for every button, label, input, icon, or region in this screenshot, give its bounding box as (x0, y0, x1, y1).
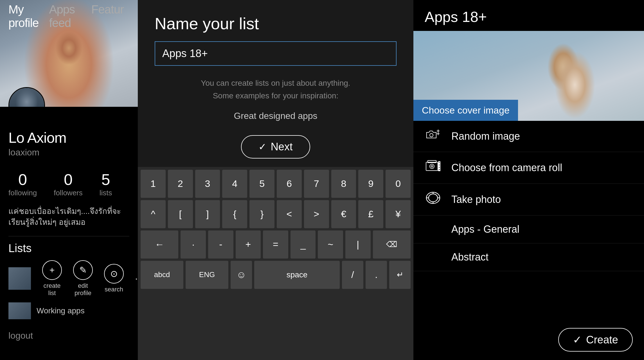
tab-apps-feed[interactable]: Apps feed (49, 3, 91, 30)
take-photo-option[interactable]: Take photo (413, 184, 644, 216)
key-caret[interactable]: ^ (141, 200, 166, 228)
key-3[interactable]: 3 (195, 170, 220, 198)
camera-roll-icon (425, 160, 442, 176)
apps-general-option[interactable]: Apps - General (413, 216, 644, 243)
key-9[interactable]: 9 (358, 170, 383, 198)
key-minus[interactable]: - (208, 230, 233, 259)
next-label: Next (271, 141, 292, 153)
key-euro[interactable]: € (331, 200, 356, 228)
list-thumb-image (8, 267, 31, 290)
followers-count: 0 (64, 172, 73, 187)
left-panel: My profile Apps feed Featur Lo Axiom loa… (0, 0, 138, 360)
keyboard-row-2: ^ [ ] { } < > € £ ¥ (141, 200, 411, 228)
edit-profile-button[interactable]: ✎ edit profile (73, 260, 93, 297)
key-eng[interactable]: ENG (186, 261, 228, 289)
keyboard-row-1: 1 2 3 4 5 6 7 8 9 0 (141, 170, 411, 198)
key-2[interactable]: 2 (168, 170, 193, 198)
key-backspace[interactable]: ⌫ (373, 230, 411, 259)
svg-point-7 (431, 166, 433, 167)
key-less[interactable]: < (277, 200, 302, 228)
check-icon: ✓ (258, 141, 266, 152)
search-label: search (105, 286, 123, 293)
create-list-button[interactable]: + create list (42, 260, 62, 297)
create-button[interactable]: ✓ Create (558, 328, 633, 352)
key-7[interactable]: 7 (304, 170, 329, 198)
key-dot-middle[interactable]: · (181, 230, 206, 259)
logout-button[interactable]: logout (8, 330, 33, 341)
key-yen[interactable]: ¥ (386, 200, 411, 228)
stat-following: 0 following (8, 172, 37, 197)
keyboard-row-4: abcd ENG ☺ space / . ↵ (141, 261, 411, 289)
key-open-bracket[interactable]: [ (168, 200, 193, 228)
following-count: 0 (18, 172, 27, 187)
key-space[interactable]: space (254, 261, 340, 289)
key-1[interactable]: 1 (141, 170, 166, 198)
random-image-label: Random image (451, 130, 520, 142)
dialog-title: Name your list (155, 14, 397, 33)
profile-username: loaxiom (8, 147, 129, 158)
right-panel: Apps 18+ Choose cover image Random image (413, 0, 644, 360)
middle-panel: Name your list You can create lists on j… (138, 0, 413, 360)
key-greater[interactable]: > (304, 200, 329, 228)
stat-followers: 0 followers (54, 172, 83, 197)
key-tilde[interactable]: ~ (318, 230, 343, 259)
list-name-input-wrapper[interactable] (155, 41, 397, 66)
svg-point-3 (430, 133, 433, 137)
name-list-section: Name your list You can create lists on j… (138, 0, 413, 167)
create-check-icon: ✓ (573, 334, 582, 346)
options-list: Random image Choose from camera roll (413, 121, 644, 322)
key-0[interactable]: 0 (386, 170, 411, 198)
nav-tabs: My profile Apps feed Featur (0, 3, 138, 30)
key-slash[interactable]: / (342, 261, 363, 289)
key-enter[interactable]: ↵ (389, 261, 411, 289)
key-4[interactable]: 4 (222, 170, 247, 198)
apps-general-label: Apps - General (451, 223, 519, 235)
abstract-label: Abstract (451, 251, 488, 263)
key-6[interactable]: 6 (277, 170, 302, 198)
svg-point-6 (430, 164, 434, 169)
take-photo-icon (425, 192, 442, 207)
key-underscore[interactable]: _ (291, 230, 316, 259)
svg-point-14 (429, 194, 438, 202)
tab-my-profile[interactable]: My profile (8, 3, 49, 30)
key-period[interactable]: . (366, 261, 387, 289)
example-text: Great designed apps (155, 111, 397, 121)
list-thumbnail (8, 267, 31, 290)
edit-profile-icon: ✎ (73, 260, 93, 280)
keyboard: 1 2 3 4 5 6 7 8 9 0 ^ [ ] { } < > € £ ¥ … (138, 167, 413, 360)
camera-roll-option[interactable]: Choose from camera roll (413, 152, 644, 184)
key-plus[interactable]: + (236, 230, 261, 259)
following-label: following (8, 189, 37, 197)
more-options-button[interactable]: ··· (135, 273, 138, 284)
svg-rect-4 (426, 162, 438, 171)
take-photo-label: Take photo (451, 194, 501, 205)
list-item-thumbnail (8, 302, 31, 319)
key-open-brace[interactable]: { (222, 200, 247, 228)
edit-profile-label: edit profile (73, 282, 93, 297)
list-name-input[interactable] (162, 47, 389, 60)
next-button[interactable]: ✓ Next (241, 135, 310, 159)
list-item[interactable]: Working apps (8, 302, 129, 319)
stats-row: 0 following 0 followers 5 lists (8, 172, 129, 197)
key-close-brace[interactable]: } (249, 200, 274, 228)
tab-featur[interactable]: Featur (91, 3, 129, 30)
create-btn-row: ✓ Create (413, 322, 644, 360)
key-8[interactable]: 8 (331, 170, 356, 198)
profile-name: Lo Axiom (8, 129, 129, 146)
key-pound[interactable]: £ (358, 200, 383, 228)
key-equals[interactable]: = (263, 230, 288, 259)
abstract-option[interactable]: Abstract (413, 243, 644, 271)
key-emoji[interactable]: ☺ (231, 261, 252, 289)
key-close-bracket[interactable]: ] (195, 200, 220, 228)
create-list-label: create list (42, 282, 62, 297)
random-image-option[interactable]: Random image (413, 121, 644, 152)
key-back-arrow[interactable]: ← (141, 230, 178, 259)
key-5[interactable]: 5 (249, 170, 274, 198)
key-pipe[interactable]: | (345, 230, 371, 259)
search-icon: ⊙ (104, 264, 124, 284)
choose-cover-button[interactable]: Choose cover image (413, 100, 518, 121)
search-button[interactable]: ⊙ search (104, 264, 124, 293)
create-list-icon: + (42, 260, 62, 280)
key-abcd[interactable]: abcd (141, 261, 183, 289)
followers-label: followers (54, 189, 83, 197)
